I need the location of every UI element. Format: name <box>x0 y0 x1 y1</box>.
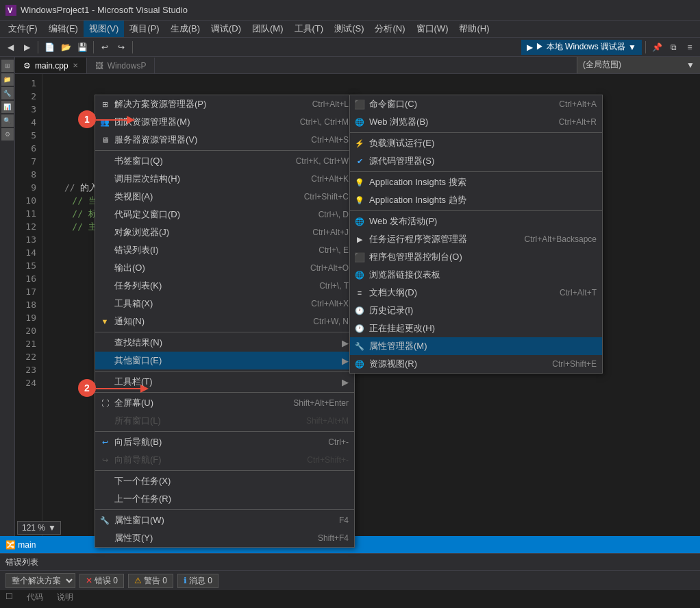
dd-find-results[interactable]: 查找结果(N) ▶ <box>95 334 354 352</box>
document-outline-icon: ≡ <box>354 287 365 298</box>
dd-task-list[interactable]: 任务列表(K) Ctrl+\, T <box>95 277 354 295</box>
title-bar-text: WindowsProject1 - Microsoft Visual Studi… <box>21 5 188 15</box>
toolbar-new-btn[interactable]: 📄 <box>42 40 57 55</box>
toolbar-back-btn[interactable]: ◀ <box>3 40 18 55</box>
error-badge[interactable]: ✕ 错误 0 <box>79 574 124 588</box>
dd-command-window[interactable]: ⬛ 命令窗口(C) Ctrl+Alt+A <box>350 95 602 113</box>
warning-badge[interactable]: ⚠ 警告 0 <box>128 574 173 588</box>
dd-browser-link[interactable]: 🌐 浏览器链接仪表板 <box>350 266 602 284</box>
zoom-dropdown-icon: ▼ <box>48 523 56 533</box>
menu-view[interactable]: 视图(V) <box>84 21 124 37</box>
dd-toolbox[interactable]: 工具箱(X) Ctrl+Alt+X <box>95 295 354 313</box>
menu-test[interactable]: 测试(S) <box>329 21 369 37</box>
dd-navigate-forward[interactable]: ↪ 向前导航(F) Ctrl+Shift+- <box>95 451 354 469</box>
tab-main-cpp[interactable]: ⚙ main.cpp ✕ <box>15 58 87 73</box>
dd-bookmark[interactable]: 书签窗口(Q) Ctrl+K, Ctrl+W <box>95 152 354 170</box>
dd-resource-view[interactable]: 🌐 资源视图(R) Ctrl+Shift+E <box>350 355 602 373</box>
dd-web-publish[interactable]: 🌐 Web 发布活动(P) <box>350 212 602 230</box>
web-browser-icon: 🌐 <box>354 117 365 127</box>
dd-other-windows[interactable]: 其他窗口(E) ▶ <box>95 352 354 369</box>
toolbar-undo-btn[interactable]: ↩ <box>97 40 112 55</box>
dd-all-windows[interactable]: 所有窗口(L) Shift+Alt+M <box>95 412 354 430</box>
toolbars-arrow-icon: ▶ <box>342 377 349 387</box>
menu-help[interactable]: 帮助(H) <box>453 21 495 37</box>
toolbar-extra-btn[interactable]: ≡ <box>682 40 697 55</box>
dd-pending-changes[interactable]: 🕐 正在挂起更改(H) <box>350 319 602 337</box>
dd-ai-search[interactable]: 💡 Application Insights 搜索 <box>350 173 602 191</box>
sidebar-icon-1[interactable]: ⊞ <box>1 60 14 72</box>
dd-sep-2 <box>95 332 354 332</box>
history-icon: 🕐 <box>354 305 365 316</box>
line-num-9: 9 <box>15 181 36 194</box>
dd-next-task[interactable]: 下一个任务(X) <box>95 472 354 490</box>
menu-tools[interactable]: 工具(T) <box>289 21 329 37</box>
dd-task-runner[interactable]: ▶ 任务运行程序资源管理器 Ctrl+Alt+Backsapce <box>350 230 602 248</box>
dd-object-browser[interactable]: 对象浏览器(J) Ctrl+Alt+J <box>95 223 354 241</box>
dd-server-explorer[interactable]: 🖥 服务器资源管理器(V) Ctrl+Alt+S <box>95 131 354 149</box>
menu-team[interactable]: 团队(M) <box>247 21 289 37</box>
line-num-5: 5 <box>15 129 36 142</box>
sidebar-icon-2[interactable]: 📁 <box>1 73 14 86</box>
dd-source-control[interactable]: ✔ 源代码管理器(S) <box>350 152 602 170</box>
dd-code-definition[interactable]: 代码定义窗口(D) Ctrl+\, D <box>95 206 354 223</box>
menu-file[interactable]: 文件(F) <box>3 21 43 37</box>
menu-debug[interactable]: 调试(D) <box>205 21 247 37</box>
debug-dropdown-icon: ▼ <box>628 42 636 52</box>
dd-call-hierarchy[interactable]: 调用层次结构(H) Ctrl+Alt+K <box>95 170 354 188</box>
notification-triangle-icon: ▼ <box>99 316 110 327</box>
dd-properties-window[interactable]: 🔧 属性窗口(W) F4 <box>95 511 354 529</box>
dd-output[interactable]: 输出(O) Ctrl+Alt+O <box>95 259 354 277</box>
dd-web-browser[interactable]: 🌐 Web 浏览器(B) Ctrl+Alt+R <box>350 113 602 131</box>
toolbar-open-btn[interactable]: 📂 <box>58 40 73 55</box>
line-num-11: 11 <box>15 207 36 220</box>
dd-class-view[interactable]: 类视图(A) Ctrl+Shift+C <box>95 188 354 206</box>
message-icon: ℹ <box>184 576 187 585</box>
message-badge[interactable]: ℹ 消息 0 <box>177 574 218 588</box>
error-columns: ☐ 代码 说明 <box>0 590 700 605</box>
scope-dropdown-icon: ▼ <box>686 60 695 70</box>
menu-analyze[interactable]: 分析(N) <box>369 21 410 37</box>
line-num-20: 20 <box>15 324 36 337</box>
dd-property-pages[interactable]: 属性页(Y) Shift+F4 <box>95 529 354 547</box>
dd-prev-task[interactable]: 上一个任务(R) <box>95 490 354 508</box>
vs-logo-icon: V <box>5 5 16 16</box>
dd-package-manager[interactable]: ⬛ 程序包管理器控制台(O) <box>350 248 602 266</box>
menu-build[interactable]: 生成(B) <box>165 21 205 37</box>
dd-solution-explorer[interactable]: ⊞ 解决方案资源管理器(P) Ctrl+Alt+L <box>95 95 354 113</box>
dd-fullscreen[interactable]: ⛶ 全屏幕(U) Shift+Alt+Enter <box>95 394 354 412</box>
dd-team-explorer[interactable]: 👥 团队资源管理器(M) Ctrl+\, Ctrl+M <box>95 113 354 131</box>
dd-property-manager[interactable]: 🔧 属性管理器(M) <box>350 337 602 355</box>
dd-notifications[interactable]: ▼ 通知(N) Ctrl+W, N <box>95 313 354 330</box>
toolbar-pin-btn[interactable]: 📌 <box>649 40 664 55</box>
dd-sep-5 <box>95 431 354 432</box>
debug-play-icon: ▶ <box>527 42 533 52</box>
zoom-indicator[interactable]: 121 % ▼ <box>17 521 61 535</box>
error-scope-select[interactable]: 整个解决方案 <box>5 573 75 588</box>
dd-load-test[interactable]: ⚡ 负载测试运行(E) <box>350 134 602 152</box>
dd-error-list[interactable]: 错误列表(I) Ctrl+\, E <box>95 241 354 259</box>
menu-window[interactable]: 窗口(W) <box>411 21 454 37</box>
debug-run-btn[interactable]: ▶ ▶ 本地 Windows 调试器 ▼ <box>521 40 642 55</box>
sidebar-icon-3[interactable]: 🔧 <box>1 87 14 99</box>
toolbar-redo-btn[interactable]: ↪ <box>114 40 129 55</box>
sidebar-icon-6[interactable]: ⚙ <box>1 128 14 141</box>
title-bar: V WindowsProject1 - Microsoft Visual Stu… <box>0 0 700 21</box>
dd-document-outline[interactable]: ≡ 文档大纲(D) Ctrl+Alt+T <box>350 284 602 302</box>
dd-toolbars[interactable]: 工具栏(T) ▶ <box>95 373 354 391</box>
menu-edit[interactable]: 编辑(E) <box>43 21 84 37</box>
dd-history[interactable]: 🕐 历史记录(I) <box>350 302 602 319</box>
dd-ai-trends[interactable]: 💡 Application Insights 趋势 <box>350 191 602 209</box>
sidebar-icon-4[interactable]: 📊 <box>1 101 14 113</box>
menu-project[interactable]: 项目(P) <box>124 21 164 37</box>
sidebar-icon-5[interactable]: 🔍 <box>1 114 14 127</box>
dd-sep-4 <box>95 392 354 393</box>
scope-label: (全局范围) <box>583 59 621 71</box>
dd-navigate-back[interactable]: ↩ 向后导航(B) Ctrl+- <box>95 433 354 451</box>
tab-windowsp[interactable]: 🖼 WindowsP <box>87 58 155 73</box>
line-num-19: 19 <box>15 311 36 324</box>
toolbar-forward-btn[interactable]: ▶ <box>19 40 34 55</box>
toolbar-save-btn[interactable]: 💾 <box>75 40 90 55</box>
toolbar-copy-btn[interactable]: ⧉ <box>666 40 681 55</box>
tab-main-cpp-close[interactable]: ✕ <box>73 62 78 69</box>
scope-selector[interactable]: (全局范围) ▼ <box>577 57 700 73</box>
